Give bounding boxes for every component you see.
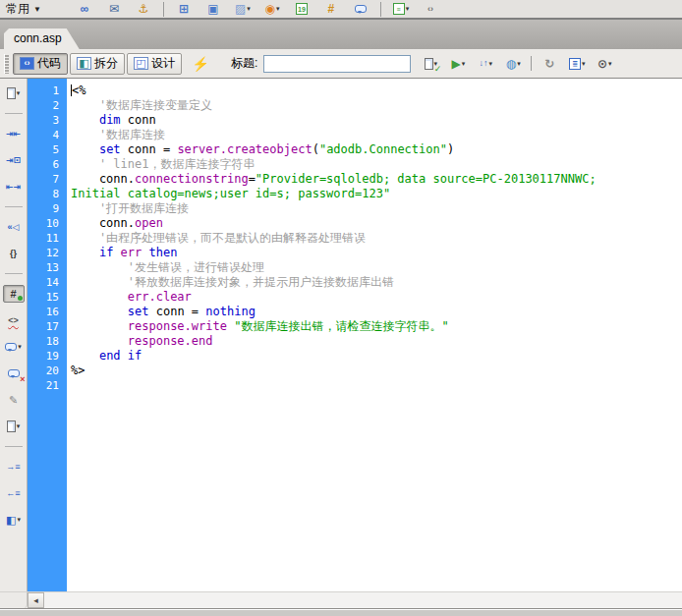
document-title-input[interactable]: [263, 55, 411, 73]
code-line[interactable]: '释放数据库连接对象，并提示用户连接数据库出错: [71, 275, 682, 290]
indent-code-icon[interactable]: →≡: [3, 458, 25, 476]
code-line[interactable]: ' line1，数据库连接字符串: [71, 157, 682, 172]
expand-all-icon[interactable]: ⇤⇥: [3, 178, 25, 196]
server-include-icon[interactable]: #: [321, 1, 341, 17]
split-view-icon: ◧: [77, 57, 91, 70]
media-icon[interactable]: ◉▾: [262, 1, 282, 17]
select-parent-tag-icon[interactable]: «◁: [3, 218, 25, 236]
document-tab-bar: conn.asp: [0, 20, 682, 49]
scrollbar-track[interactable]: [44, 592, 682, 608]
toolbar-grip[interactable]: [4, 54, 9, 74]
code-line[interactable]: set conn = nothing: [71, 305, 682, 319]
lightning-icon: ⚡: [192, 57, 208, 71]
refresh-icon[interactable]: ↻: [540, 56, 559, 72]
code-editor-area[interactable]: <% '数据库连接变量定义 dim conn '数据库连接 set conn =…: [67, 79, 682, 591]
line-number: 21: [28, 378, 59, 393]
design-view-icon: ◰: [134, 57, 148, 70]
code-line[interactable]: '数据库连接: [71, 128, 682, 142]
insert-toolbar-icons: ∞✉⚓⊞▣▨▾◉▾19#≡▾‹›: [75, 1, 440, 17]
head-content-icon[interactable]: ≡▾: [391, 1, 411, 17]
line-number: 19: [28, 349, 59, 364]
scroll-left-button[interactable]: ◂: [28, 592, 44, 608]
remove-comment-icon[interactable]: ×: [3, 364, 25, 382]
split-view-button[interactable]: ◧ 拆分: [70, 53, 125, 75]
editor-main: ▾⇥⇤⇥⊡⇤⇥«◁{}#<>▾×✎▾→≡←≡◧▾ 123456789101112…: [0, 79, 682, 591]
code-line[interactable]: end if: [71, 349, 682, 364]
hyperlink-icon[interactable]: ∞: [75, 1, 94, 17]
code-view-label: 代码: [37, 55, 61, 72]
image-icon[interactable]: ▨▾: [233, 1, 253, 17]
coding-toolbar: ▾⇥⇤⇥⊡⇤⇥«◁{}#<>▾×✎▾→≡←≡◧▾: [0, 79, 28, 591]
line-number: 6: [28, 157, 59, 172]
visual-aids-icon[interactable]: ⊙▾: [595, 56, 614, 72]
format-source-icon[interactable]: ◧▾: [3, 511, 25, 529]
line-number: 8: [28, 187, 59, 201]
line-number: 18: [28, 334, 59, 349]
line-number: 20: [28, 364, 59, 378]
named-anchor-icon[interactable]: ⚓: [134, 1, 153, 17]
preview-debug-icon[interactable]: ▶▾: [448, 56, 468, 72]
code-line[interactable]: err.clear: [71, 290, 682, 305]
date-icon[interactable]: 19: [292, 1, 312, 17]
line-number: 17: [28, 319, 59, 334]
code-line[interactable]: response.write "数据库连接出错，请检查连接字符串。": [71, 319, 682, 334]
tag-chooser-icon[interactable]: ‹›: [421, 1, 440, 17]
line-number: 11: [28, 231, 59, 246]
line-number-gutter: 123456789101112131415161718192021: [28, 79, 67, 591]
insert-category-dropdown[interactable]: 常用 ▼: [6, 1, 41, 18]
balance-braces-icon[interactable]: {}: [3, 245, 25, 262]
email-link-icon[interactable]: ✉: [104, 1, 124, 17]
code-line[interactable]: '由程序处理错误，而不是默认的由解释器处理错误: [71, 231, 682, 246]
live-data-button[interactable]: ⚡: [188, 53, 213, 75]
code-line[interactable]: <%: [71, 84, 682, 98]
code-line[interactable]: '打开数据库连接: [71, 201, 682, 216]
outdent-code-icon[interactable]: ←≡: [3, 484, 25, 502]
line-number: 2: [28, 98, 59, 113]
line-number: 14: [28, 275, 59, 290]
recent-snippets-icon[interactable]: ▾: [3, 418, 25, 435]
code-line[interactable]: dim conn: [71, 113, 682, 128]
collapse-selection-icon[interactable]: ⇥⊡: [3, 151, 25, 169]
line-number: 7: [28, 172, 59, 187]
code-line[interactable]: Initial catalog=news;user id=s; password…: [71, 187, 682, 201]
document-title-label: 标题:: [231, 55, 257, 72]
tab-conn-asp[interactable]: conn.asp: [4, 28, 80, 49]
highlight-invalid-code-icon[interactable]: <>: [3, 311, 25, 329]
open-documents-icon[interactable]: ▾: [3, 84, 25, 102]
scrollbar-corner: [0, 592, 28, 608]
line-number: 9: [28, 201, 59, 216]
code-line[interactable]: set conn = server.createobject("adodb.Co…: [71, 142, 682, 157]
status-strip: [0, 608, 682, 616]
code-view-button[interactable]: ‹› 代码: [13, 53, 68, 75]
toolbar-separator: [5, 113, 23, 114]
insert-div-icon[interactable]: ▣: [203, 1, 223, 17]
document-toolbar: ‹› 代码 ◧ 拆分 ◰ 设计 ⚡ 标题: ✓▾▶▾↓↑▾◍▾↻≣▾⊙▾: [0, 49, 682, 79]
line-number: 12: [28, 246, 59, 260]
preview-browser-icon[interactable]: ◍▾: [503, 56, 523, 72]
line-numbers-icon[interactable]: #: [3, 285, 25, 303]
table-icon[interactable]: ⊞: [174, 1, 194, 17]
code-line[interactable]: response.end: [71, 334, 682, 349]
code-line[interactable]: conn.open: [71, 216, 682, 231]
view-options-icon[interactable]: ≣▾: [567, 56, 587, 72]
comment-icon[interactable]: [351, 1, 370, 17]
code-line[interactable]: [71, 378, 682, 393]
code-line[interactable]: %>: [71, 364, 682, 378]
apply-comment-icon[interactable]: ▾: [3, 338, 25, 356]
line-number: 16: [28, 305, 59, 319]
line-number: 15: [28, 290, 59, 305]
wrap-tag-icon[interactable]: ✎: [3, 391, 25, 409]
code-line[interactable]: conn.connectionstring="Provider=sqloledb…: [71, 172, 682, 187]
code-line[interactable]: '数据库连接变量定义: [71, 98, 682, 113]
code-line[interactable]: if err then: [71, 246, 682, 260]
line-number: 10: [28, 216, 59, 231]
document-toolbar-actions: ✓▾▶▾↓↑▾◍▾↻≣▾⊙▾: [421, 56, 614, 72]
insert-category-label: 常用: [6, 1, 29, 18]
collapse-full-tag-icon[interactable]: ⇥⇤: [3, 125, 25, 142]
code-line[interactable]: '发生错误，进行错误处理: [71, 260, 682, 275]
toolbar-separator: [163, 2, 164, 17]
toolbar-separator: [380, 2, 381, 17]
design-view-button[interactable]: ◰ 设计: [127, 53, 182, 75]
file-management-icon[interactable]: ↓↑▾: [476, 56, 495, 72]
check-page-icon[interactable]: ✓▾: [421, 56, 440, 72]
